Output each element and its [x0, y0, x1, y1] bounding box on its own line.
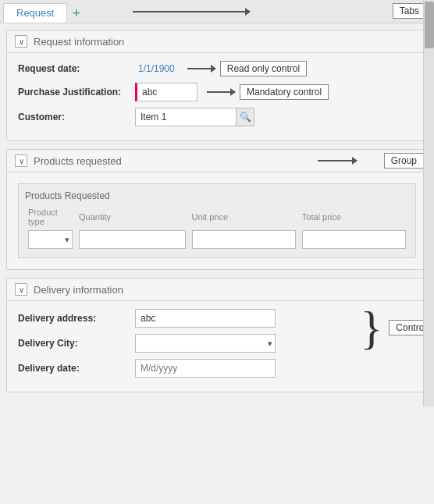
- tab-request[interactable]: Request: [3, 3, 67, 23]
- scrollbar[interactable]: [423, 0, 434, 406]
- justification-input[interactable]: [135, 83, 197, 101]
- delivery-body: Delivery address: Delivery City: Deliver…: [7, 301, 427, 392]
- delivery-title: Delivery information: [34, 284, 123, 296]
- delivery-date-row: Delivery date:: [18, 359, 416, 378]
- products-title: Products requested: [34, 155, 122, 167]
- products-header: ∨ Products requested Group: [7, 150, 427, 172]
- justification-label: Purchase Justification:: [18, 87, 135, 98]
- delivery-city-row: Delivery City:: [18, 334, 416, 353]
- request-date-label: Request date:: [18, 63, 135, 74]
- controls-brace: }: [361, 304, 383, 351]
- request-info-section: ∨ Request information Request date: 1/1/…: [6, 30, 428, 141]
- delivery-address-row: Delivery address:: [18, 309, 416, 328]
- quantity-input[interactable]: [79, 230, 186, 249]
- readonly-annotation-wrapper: Read only control: [187, 61, 307, 76]
- customer-label: Customer:: [18, 112, 135, 122]
- products-table-header-row: Product type Quantity Unit price Total p…: [25, 206, 409, 228]
- request-info-header: ∨ Request information: [7, 30, 427, 53]
- main-content: ∨ Request information Request date: 1/1/…: [0, 23, 434, 406]
- table-row: [25, 228, 409, 251]
- delivery-date-label: Delivery date:: [18, 363, 135, 374]
- group-arrow: [318, 160, 357, 161]
- tabs-annotation-box: Tabs: [393, 3, 426, 19]
- request-date-value: 1/1/1900: [135, 62, 178, 76]
- col-product-type: Product type: [25, 206, 76, 228]
- customer-input[interactable]: [135, 108, 237, 126]
- chevron-down-icon-delivery: ∨: [19, 286, 24, 294]
- products-body: Products Requested Product type Quantity…: [7, 172, 427, 269]
- delivery-address-input[interactable]: [135, 309, 276, 328]
- unit-price-cell: [189, 228, 299, 251]
- delivery-city-label: Delivery City:: [18, 338, 135, 349]
- justification-row: Purchase Justification: Mandatory contro…: [18, 83, 416, 101]
- products-table: Product type Quantity Unit price Total p…: [25, 206, 409, 251]
- product-type-select-wrapper: [28, 230, 73, 249]
- col-unit-price: Unit price: [189, 206, 299, 228]
- col-total-price: Total price: [299, 206, 409, 228]
- group-annotation-box: Group: [384, 153, 424, 169]
- chevron-down-icon: ∨: [19, 37, 24, 46]
- request-info-toggle[interactable]: ∨: [15, 35, 27, 48]
- tab-bar: Request + Tabs: [0, 0, 434, 23]
- unit-price-input[interactable]: [192, 230, 296, 249]
- delivery-address-label: Delivery address:: [18, 313, 135, 324]
- customer-row: Customer: 🔍: [18, 108, 416, 126]
- request-info-title: Request information: [34, 36, 124, 48]
- products-table-title: Products Requested: [25, 190, 409, 201]
- request-info-body: Request date: 1/1/1900 Read only control…: [7, 53, 427, 140]
- col-quantity: Quantity: [76, 206, 189, 228]
- tabs-arrow: [133, 11, 250, 12]
- products-toggle[interactable]: ∨: [15, 154, 27, 167]
- delivery-section: ∨ Delivery information Delivery address:…: [6, 278, 428, 392]
- delivery-date-input[interactable]: [135, 359, 276, 378]
- search-icon: 🔍: [240, 112, 251, 122]
- chevron-down-icon-products: ∨: [19, 157, 24, 165]
- customer-input-wrapper: 🔍: [135, 108, 254, 126]
- delivery-city-select-wrapper: [135, 334, 276, 353]
- scroll-thumb: [425, 2, 434, 48]
- product-type-select[interactable]: [28, 230, 73, 249]
- delivery-toggle[interactable]: ∨: [15, 283, 27, 296]
- products-section: ∨ Products requested Group Products Requ…: [6, 149, 428, 270]
- products-inner-panel: Products Requested Product type Quantity…: [18, 183, 416, 258]
- customer-search-button[interactable]: 🔍: [236, 108, 254, 126]
- quantity-cell: [76, 228, 189, 251]
- mandatory-annotation-box: Mandatory control: [240, 84, 329, 100]
- product-type-cell: [25, 228, 76, 251]
- total-price-input[interactable]: [302, 230, 406, 249]
- request-date-row: Request date: 1/1/1900 Read only control: [18, 61, 416, 76]
- mandatory-annotation-wrapper: Mandatory control: [207, 84, 329, 100]
- delivery-header: ∨ Delivery information: [7, 279, 427, 301]
- total-price-cell: [299, 228, 409, 251]
- add-tab-button[interactable]: +: [72, 6, 80, 20]
- delivery-city-select[interactable]: [135, 334, 276, 353]
- readonly-annotation-box: Read only control: [220, 61, 307, 76]
